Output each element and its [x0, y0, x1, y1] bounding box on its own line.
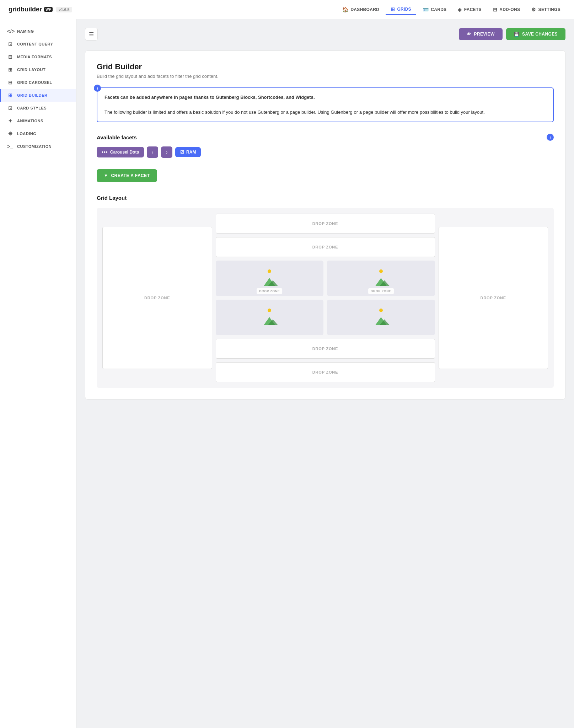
- sun-dot-1: [268, 269, 271, 273]
- mountains-svg-2: [372, 274, 390, 287]
- top-navigation: gridbuilder WP v1.6.5 🏠 DASHBOARD ⊞ GRID…: [0, 0, 574, 19]
- content-card: Grid Builder Build the grid layout and a…: [85, 50, 565, 400]
- dashboard-icon: 🏠: [342, 7, 348, 12]
- drop-zone-card1[interactable]: DROP ZONE: [257, 288, 282, 294]
- nav-cards[interactable]: 🪪 CARDS: [418, 5, 451, 15]
- mountain-icon-4: [372, 309, 390, 326]
- sidebar: </> NAMING ⊡ CONTENT QUERY ⊟ MEDIA FORMA…: [0, 19, 76, 728]
- dots-icon: •••: [102, 149, 108, 155]
- checkbox-icon: ☑: [180, 150, 184, 155]
- image-cards-grid: DROP ZONE: [216, 261, 435, 335]
- loading-icon: ✳: [7, 131, 14, 136]
- cards-icon: 🪪: [423, 7, 429, 12]
- mountain-icon-2: [372, 269, 390, 287]
- sidebar-item-grid-carousel[interactable]: ⊟ GRID CAROUSEL: [0, 76, 76, 89]
- center-column: DROP ZONE DROP ZONE: [216, 214, 435, 382]
- sun-dot-4: [379, 309, 383, 312]
- drop-zone-card2[interactable]: DROP ZONE: [368, 288, 394, 294]
- drop-zone-left[interactable]: DROP ZONE: [102, 227, 212, 369]
- info-box-text: Facets can be added anywhere in pages th…: [104, 94, 546, 116]
- nav-facets[interactable]: ◈ FACETS: [453, 5, 486, 15]
- settings-icon: ⚙: [531, 7, 536, 12]
- sidebar-item-grid-builder[interactable]: ⊞ GRID BUILDER: [0, 89, 76, 102]
- topbar-actions: 👁 PREVIEW 💾 SAVE CHANGES: [459, 28, 565, 40]
- brand-logo: gridbuilder WP v1.6.5: [9, 6, 72, 13]
- sidebar-item-grid-layout[interactable]: ⊞ GRID LAYOUT: [0, 63, 76, 76]
- media-formats-icon: ⊟: [7, 54, 14, 60]
- facet-prev-button[interactable]: ‹: [147, 146, 158, 158]
- sidebar-item-animations[interactable]: ✦ ANIMATIONS: [0, 114, 76, 127]
- facets-info-icon[interactable]: i: [547, 134, 554, 141]
- addons-icon: ⊟: [493, 7, 497, 12]
- facets-section-title: Available facets: [97, 134, 137, 140]
- drop-zone-top2[interactable]: DROP ZONE: [216, 237, 435, 257]
- facet-ram[interactable]: ☑ RAM: [175, 147, 201, 157]
- sidebar-item-card-styles[interactable]: ⊡ CARD STYLES: [0, 102, 76, 114]
- nav-dashboard[interactable]: 🏠 DASHBOARD: [337, 5, 384, 15]
- sidebar-item-loading[interactable]: ✳ LOADING: [0, 127, 76, 140]
- image-card-4: [327, 300, 435, 335]
- save-button[interactable]: 💾 SAVE CHANGES: [506, 28, 565, 40]
- mountain-icon-3: [261, 309, 278, 326]
- mountain-icon-1: [261, 269, 278, 287]
- sun-dot-3: [268, 309, 271, 312]
- facet-carousel-dots[interactable]: ••• Carousel Dots: [97, 147, 144, 157]
- card-styles-icon: ⊡: [7, 105, 14, 111]
- image-card-3: [216, 300, 324, 335]
- drop-zone-right[interactable]: DROP ZONE: [439, 227, 548, 369]
- nav-addons[interactable]: ⊟ ADD-ONS: [488, 5, 525, 15]
- naming-icon: </>: [7, 28, 14, 34]
- image-card-1: DROP ZONE: [216, 261, 324, 296]
- grid-layout-title: Grid Layout: [97, 195, 554, 201]
- main-topbar: ☰ 👁 PREVIEW 💾 SAVE CHANGES: [85, 28, 565, 41]
- info-icon: i: [94, 85, 101, 92]
- nav-grids[interactable]: ⊞ GRIDS: [386, 4, 416, 15]
- sidebar-item-content-query[interactable]: ⊡ CONTENT QUERY: [0, 38, 76, 50]
- image-card-2: DROP ZONE: [327, 261, 435, 296]
- sidebar-item-naming[interactable]: </> NAMING: [0, 25, 76, 38]
- sidebar-item-customization[interactable]: >_ CUSTOMIZATION: [0, 140, 76, 153]
- facets-row: ••• Carousel Dots ‹ › ☑ RAM: [97, 146, 554, 158]
- preview-button[interactable]: 👁 PREVIEW: [459, 28, 503, 40]
- customization-icon: >_: [7, 144, 14, 149]
- preview-icon: 👁: [467, 32, 471, 37]
- sun-dot-2: [379, 269, 383, 273]
- grid-builder-icon: ⊞: [7, 92, 14, 98]
- sidebar-item-media-formats[interactable]: ⊟ MEDIA FORMATS: [0, 50, 76, 63]
- grid-canvas: DROP ZONE DROP ZONE DROP ZONE: [97, 208, 554, 388]
- mountains-svg-1: [261, 274, 278, 287]
- main-content: ☰ 👁 PREVIEW 💾 SAVE CHANGES Grid Builder …: [76, 19, 574, 728]
- page-title: Grid Builder: [97, 62, 554, 71]
- drop-zone-bottom2[interactable]: DROP ZONE: [216, 362, 435, 382]
- filter-icon: ▼: [104, 173, 108, 178]
- nav-links: 🏠 DASHBOARD ⊞ GRIDS 🪪 CARDS ◈ FACETS ⊟ A…: [337, 4, 565, 15]
- create-facet-button[interactable]: ▼ CREATE A FACET: [97, 169, 157, 182]
- collapse-sidebar-button[interactable]: ☰: [85, 28, 98, 41]
- facets-icon: ◈: [458, 7, 462, 12]
- facets-section-header: Available facets i: [97, 134, 554, 141]
- nav-settings[interactable]: ⚙ SETTINGS: [526, 5, 565, 15]
- mountains-svg-4: [372, 314, 390, 326]
- grids-icon: ⊞: [391, 6, 395, 12]
- brand-name: gridbuilder: [9, 6, 42, 13]
- content-query-icon: ⊡: [7, 41, 14, 47]
- grid-carousel-icon: ⊟: [7, 80, 14, 85]
- mountains-svg-3: [261, 314, 278, 326]
- topbar-left: ☰: [85, 28, 98, 41]
- page-subtitle: Build the grid layout and add facets to …: [97, 74, 554, 79]
- drop-zone-bottom1[interactable]: DROP ZONE: [216, 339, 435, 359]
- drop-zone-top1[interactable]: DROP ZONE: [216, 214, 435, 234]
- grid-layout-icon: ⊞: [7, 67, 14, 73]
- animations-icon: ✦: [7, 118, 14, 124]
- info-box: i Facets can be added anywhere in pages …: [97, 87, 554, 122]
- brand-version: v1.6.5: [56, 7, 72, 12]
- save-icon: 💾: [514, 32, 519, 37]
- facet-next-button[interactable]: ›: [161, 146, 172, 158]
- brand-wp-badge: WP: [44, 7, 53, 12]
